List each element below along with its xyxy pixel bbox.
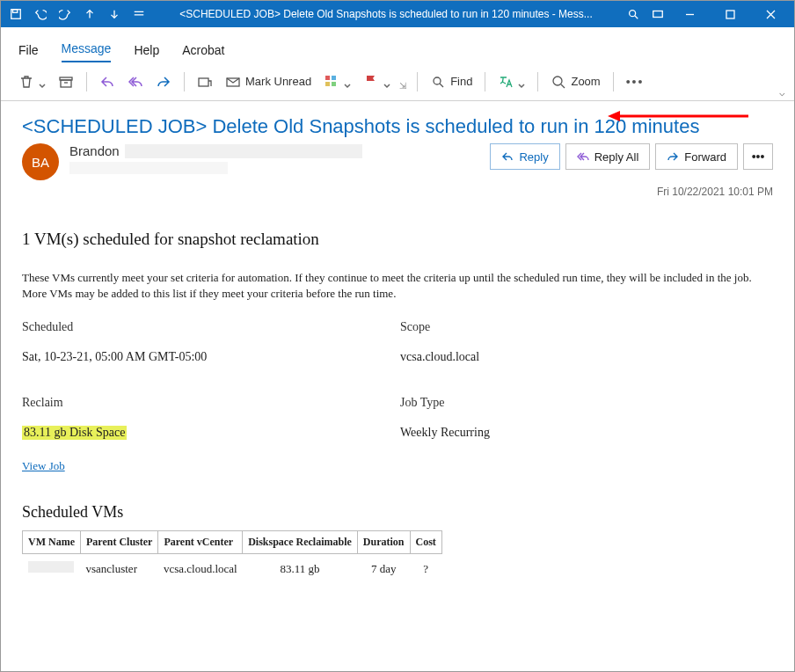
find-button[interactable]: Find [425,68,478,96]
scheduled-vms-table: VM Name Parent Cluster Parent vCenter Di… [22,530,442,583]
collapse-ribbon-icon[interactable]: ⌵ [779,87,785,99]
redo-icon[interactable] [54,3,77,26]
sender-name: Brandon [69,143,120,158]
col-parentvcenter: Parent vCenter [158,531,243,554]
reply-all-label: Reply All [594,150,639,164]
search-title-icon[interactable] [622,3,645,26]
flag-icon[interactable] [358,68,396,96]
message-body: 1 VM(s) scheduled for snapshot reclamati… [1,208,794,597]
categorize-icon[interactable] [318,68,356,96]
find-label: Find [450,75,472,88]
reply-button[interactable]: Reply [490,143,559,170]
cell-duration: 7 day [357,554,410,584]
forward-label: Forward [684,150,726,164]
zoom-button[interactable]: Zoom [545,68,605,96]
undo-icon[interactable] [29,3,52,26]
svg-rect-11 [325,82,330,86]
svg-rect-3 [653,11,663,18]
body-description: These VMs currently meet your set criter… [22,270,773,301]
mark-unread-button[interactable]: Mark Unread [220,68,317,96]
customize-qat-icon[interactable] [128,3,150,26]
view-job-link[interactable]: View Job [22,459,65,473]
separator [86,72,87,91]
reply-all-toolbar-icon[interactable] [122,68,149,96]
maximize-button[interactable] [710,1,750,27]
menubar: File Message Help Acrobat [1,31,794,62]
col-parentcluster: Parent Cluster [80,531,157,554]
menu-file[interactable]: File [18,38,39,62]
mark-unread-label: Mark Unread [245,75,311,88]
svg-rect-6 [61,80,71,87]
separator [417,72,418,91]
window-title: <SCHEDULED JOB> Delete Old Snapshots is … [150,8,622,20]
table-header-row: VM Name Parent Cluster Parent vCenter Di… [23,531,442,554]
annotation-arrow [608,108,748,124]
svg-point-13 [434,77,441,84]
titlebar: <SCHEDULED JOB> Delete Old Snapshots is … [1,1,794,27]
scheduled-vms-heading: Scheduled VMs [22,503,773,522]
svg-rect-12 [332,82,336,86]
minimize-button[interactable] [669,1,710,27]
close-button[interactable] [750,1,791,27]
cell-cost: ? [410,554,441,584]
up-arrow-icon[interactable] [78,3,101,26]
zoom-label: Zoom [571,75,600,88]
more-commands-icon[interactable]: ••• [621,68,650,96]
archive-button[interactable] [53,68,79,96]
save-icon[interactable] [4,3,27,26]
cell-cluster: vsancluster [80,554,157,584]
redacted [125,144,362,158]
reply-label: Reply [519,150,548,164]
svg-rect-4 [726,11,734,18]
separator [184,72,185,91]
reply-toolbar-icon[interactable] [94,68,120,96]
forward-button[interactable]: Forward [655,143,738,170]
down-arrow-icon[interactable] [103,3,126,26]
share-teams-icon[interactable] [192,68,218,96]
delete-button[interactable] [13,68,51,96]
redacted [28,561,74,573]
cell-vcenter: vcsa.cloud.local [158,554,243,584]
svg-point-2 [630,11,636,17]
value-jobtype: Weekly Recurring [400,420,773,445]
svg-rect-9 [325,76,330,80]
toolbar: Mark Unread ⇲ Find Zoom ••• ⌵ [1,62,794,101]
svg-rect-10 [332,76,336,80]
more-actions-button[interactable]: ••• [743,143,773,170]
separator [613,72,614,91]
col-cost: Cost [410,531,441,554]
avatar: BA [22,143,59,180]
menu-help[interactable]: Help [134,38,159,62]
col-duration: Duration [357,531,410,554]
received-date: Fri 10/22/2021 10:01 PM [22,186,773,198]
label-jobtype: Job Type [400,392,773,413]
separator [485,72,485,91]
separator [537,72,538,91]
table-row: vsancluster vcsa.cloud.local 83.11 gb 7 … [23,554,442,584]
cell-diskspace: 83.11 gb [243,554,358,584]
svg-point-14 [553,77,562,85]
translate-icon[interactable] [492,68,530,96]
reply-all-button[interactable]: Reply All [565,143,651,170]
value-scheduled: Sat, 10-23-21, 05:00 AM GMT-05:00 [22,345,400,369]
value-scope: vcsa.cloud.local [400,345,773,369]
ribbon-mode-icon[interactable] [646,3,669,26]
dialog-launcher-icon[interactable]: ⇲ [399,81,406,91]
forward-toolbar-icon[interactable] [150,68,177,96]
svg-rect-7 [199,78,208,86]
label-scope: Scope [400,317,773,338]
value-reclaim: 83.11 gb Disk Space [22,426,127,440]
col-diskspace: Diskspace Reclaimable [243,531,358,554]
menu-acrobat[interactable]: Acrobat [182,38,224,62]
label-reclaim: Reclaim [22,392,400,413]
body-heading: 1 VM(s) scheduled for snapshot reclamati… [22,230,773,249]
svg-rect-1 [13,10,18,13]
redacted [69,162,228,174]
menu-message[interactable]: Message [62,36,112,62]
label-scheduled: Scheduled [22,317,400,338]
svg-marker-16 [608,111,620,121]
col-vmname: VM Name [23,531,81,554]
